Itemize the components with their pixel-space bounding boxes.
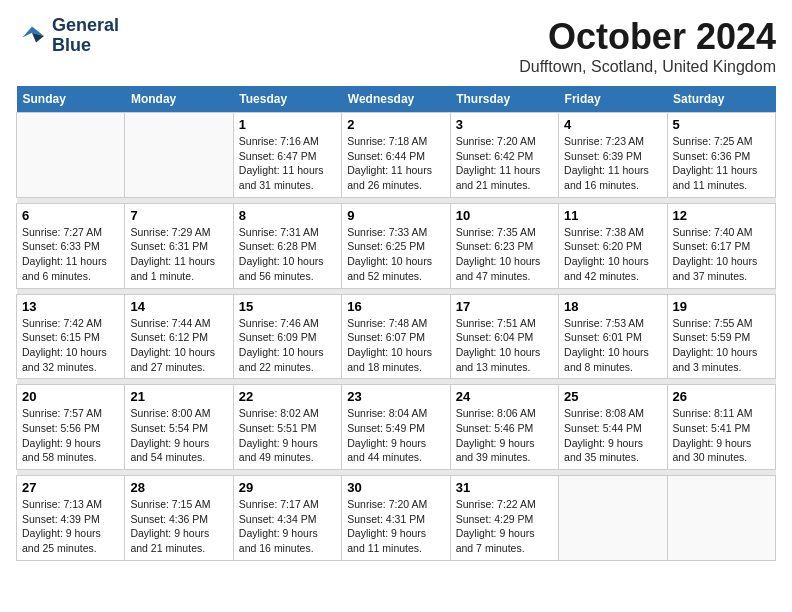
- calendar-cell: 5Sunrise: 7:25 AM Sunset: 6:36 PM Daylig…: [667, 113, 775, 198]
- cell-info: Sunrise: 8:08 AM Sunset: 5:44 PM Dayligh…: [564, 406, 661, 465]
- calendar-cell: 25Sunrise: 8:08 AM Sunset: 5:44 PM Dayli…: [559, 385, 667, 470]
- calendar-cell: 11Sunrise: 7:38 AM Sunset: 6:20 PM Dayli…: [559, 203, 667, 288]
- cell-date: 2: [347, 117, 444, 132]
- cell-info: Sunrise: 7:18 AM Sunset: 6:44 PM Dayligh…: [347, 134, 444, 193]
- calendar-cell: 8Sunrise: 7:31 AM Sunset: 6:28 PM Daylig…: [233, 203, 341, 288]
- cell-date: 28: [130, 480, 227, 495]
- cell-info: Sunrise: 7:15 AM Sunset: 4:36 PM Dayligh…: [130, 497, 227, 556]
- cell-info: Sunrise: 7:13 AM Sunset: 4:39 PM Dayligh…: [22, 497, 119, 556]
- cell-info: Sunrise: 7:44 AM Sunset: 6:12 PM Dayligh…: [130, 316, 227, 375]
- calendar-cell: 28Sunrise: 7:15 AM Sunset: 4:36 PM Dayli…: [125, 476, 233, 561]
- cell-date: 22: [239, 389, 336, 404]
- logo-icon: [16, 20, 48, 52]
- title-section: October 2024 Dufftown, Scotland, United …: [519, 16, 776, 76]
- logo-text: General Blue: [52, 16, 119, 56]
- calendar-cell: 29Sunrise: 7:17 AM Sunset: 4:34 PM Dayli…: [233, 476, 341, 561]
- cell-info: Sunrise: 7:20 AM Sunset: 6:42 PM Dayligh…: [456, 134, 553, 193]
- calendar-cell: 3Sunrise: 7:20 AM Sunset: 6:42 PM Daylig…: [450, 113, 558, 198]
- cell-date: 1: [239, 117, 336, 132]
- cell-date: 14: [130, 299, 227, 314]
- cell-info: Sunrise: 8:06 AM Sunset: 5:46 PM Dayligh…: [456, 406, 553, 465]
- calendar-cell: 21Sunrise: 8:00 AM Sunset: 5:54 PM Dayli…: [125, 385, 233, 470]
- cell-date: 25: [564, 389, 661, 404]
- calendar-cell: 7Sunrise: 7:29 AM Sunset: 6:31 PM Daylig…: [125, 203, 233, 288]
- cell-date: 6: [22, 208, 119, 223]
- cell-info: Sunrise: 7:25 AM Sunset: 6:36 PM Dayligh…: [673, 134, 770, 193]
- cell-info: Sunrise: 8:11 AM Sunset: 5:41 PM Dayligh…: [673, 406, 770, 465]
- month-title: October 2024: [519, 16, 776, 58]
- logo: General Blue: [16, 16, 119, 56]
- calendar-cell: 27Sunrise: 7:13 AM Sunset: 4:39 PM Dayli…: [17, 476, 125, 561]
- calendar-cell: [667, 476, 775, 561]
- calendar-cell: [17, 113, 125, 198]
- cell-info: Sunrise: 7:57 AM Sunset: 5:56 PM Dayligh…: [22, 406, 119, 465]
- cell-date: 12: [673, 208, 770, 223]
- cell-date: 17: [456, 299, 553, 314]
- cell-info: Sunrise: 7:42 AM Sunset: 6:15 PM Dayligh…: [22, 316, 119, 375]
- calendar-cell: 13Sunrise: 7:42 AM Sunset: 6:15 PM Dayli…: [17, 294, 125, 379]
- cell-date: 29: [239, 480, 336, 495]
- cell-info: Sunrise: 7:53 AM Sunset: 6:01 PM Dayligh…: [564, 316, 661, 375]
- column-header-wednesday: Wednesday: [342, 86, 450, 113]
- cell-info: Sunrise: 7:29 AM Sunset: 6:31 PM Dayligh…: [130, 225, 227, 284]
- column-header-tuesday: Tuesday: [233, 86, 341, 113]
- calendar-cell: 10Sunrise: 7:35 AM Sunset: 6:23 PM Dayli…: [450, 203, 558, 288]
- cell-date: 3: [456, 117, 553, 132]
- calendar-cell: 16Sunrise: 7:48 AM Sunset: 6:07 PM Dayli…: [342, 294, 450, 379]
- cell-date: 11: [564, 208, 661, 223]
- week-row-4: 20Sunrise: 7:57 AM Sunset: 5:56 PM Dayli…: [17, 385, 776, 470]
- cell-info: Sunrise: 7:55 AM Sunset: 5:59 PM Dayligh…: [673, 316, 770, 375]
- cell-info: Sunrise: 7:23 AM Sunset: 6:39 PM Dayligh…: [564, 134, 661, 193]
- cell-info: Sunrise: 7:40 AM Sunset: 6:17 PM Dayligh…: [673, 225, 770, 284]
- week-row-5: 27Sunrise: 7:13 AM Sunset: 4:39 PM Dayli…: [17, 476, 776, 561]
- cell-info: Sunrise: 7:38 AM Sunset: 6:20 PM Dayligh…: [564, 225, 661, 284]
- cell-info: Sunrise: 7:27 AM Sunset: 6:33 PM Dayligh…: [22, 225, 119, 284]
- cell-info: Sunrise: 8:04 AM Sunset: 5:49 PM Dayligh…: [347, 406, 444, 465]
- cell-date: 20: [22, 389, 119, 404]
- header-row: SundayMondayTuesdayWednesdayThursdayFrid…: [17, 86, 776, 113]
- calendar-cell: 15Sunrise: 7:46 AM Sunset: 6:09 PM Dayli…: [233, 294, 341, 379]
- calendar-cell: 2Sunrise: 7:18 AM Sunset: 6:44 PM Daylig…: [342, 113, 450, 198]
- calendar-cell: 9Sunrise: 7:33 AM Sunset: 6:25 PM Daylig…: [342, 203, 450, 288]
- cell-date: 27: [22, 480, 119, 495]
- cell-date: 21: [130, 389, 227, 404]
- cell-info: Sunrise: 7:35 AM Sunset: 6:23 PM Dayligh…: [456, 225, 553, 284]
- cell-info: Sunrise: 7:16 AM Sunset: 6:47 PM Dayligh…: [239, 134, 336, 193]
- cell-date: 15: [239, 299, 336, 314]
- calendar-cell: 31Sunrise: 7:22 AM Sunset: 4:29 PM Dayli…: [450, 476, 558, 561]
- cell-date: 19: [673, 299, 770, 314]
- calendar-cell: 20Sunrise: 7:57 AM Sunset: 5:56 PM Dayli…: [17, 385, 125, 470]
- cell-date: 23: [347, 389, 444, 404]
- page-header: General Blue October 2024 Dufftown, Scot…: [16, 16, 776, 76]
- calendar-cell: 1Sunrise: 7:16 AM Sunset: 6:47 PM Daylig…: [233, 113, 341, 198]
- column-header-thursday: Thursday: [450, 86, 558, 113]
- calendar-cell: 12Sunrise: 7:40 AM Sunset: 6:17 PM Dayli…: [667, 203, 775, 288]
- calendar-cell: 23Sunrise: 8:04 AM Sunset: 5:49 PM Dayli…: [342, 385, 450, 470]
- cell-date: 8: [239, 208, 336, 223]
- cell-date: 24: [456, 389, 553, 404]
- column-header-monday: Monday: [125, 86, 233, 113]
- cell-date: 13: [22, 299, 119, 314]
- cell-date: 5: [673, 117, 770, 132]
- cell-info: Sunrise: 7:51 AM Sunset: 6:04 PM Dayligh…: [456, 316, 553, 375]
- calendar-cell: [559, 476, 667, 561]
- cell-info: Sunrise: 7:46 AM Sunset: 6:09 PM Dayligh…: [239, 316, 336, 375]
- cell-date: 31: [456, 480, 553, 495]
- cell-date: 4: [564, 117, 661, 132]
- calendar-cell: 17Sunrise: 7:51 AM Sunset: 6:04 PM Dayli…: [450, 294, 558, 379]
- column-header-sunday: Sunday: [17, 86, 125, 113]
- cell-date: 30: [347, 480, 444, 495]
- cell-date: 18: [564, 299, 661, 314]
- cell-info: Sunrise: 7:17 AM Sunset: 4:34 PM Dayligh…: [239, 497, 336, 556]
- calendar-table: SundayMondayTuesdayWednesdayThursdayFrid…: [16, 86, 776, 561]
- cell-info: Sunrise: 8:02 AM Sunset: 5:51 PM Dayligh…: [239, 406, 336, 465]
- calendar-cell: 30Sunrise: 7:20 AM Sunset: 4:31 PM Dayli…: [342, 476, 450, 561]
- calendar-cell: 18Sunrise: 7:53 AM Sunset: 6:01 PM Dayli…: [559, 294, 667, 379]
- cell-date: 26: [673, 389, 770, 404]
- calendar-cell: 14Sunrise: 7:44 AM Sunset: 6:12 PM Dayli…: [125, 294, 233, 379]
- calendar-cell: 26Sunrise: 8:11 AM Sunset: 5:41 PM Dayli…: [667, 385, 775, 470]
- cell-date: 7: [130, 208, 227, 223]
- calendar-cell: 22Sunrise: 8:02 AM Sunset: 5:51 PM Dayli…: [233, 385, 341, 470]
- cell-info: Sunrise: 8:00 AM Sunset: 5:54 PM Dayligh…: [130, 406, 227, 465]
- column-header-saturday: Saturday: [667, 86, 775, 113]
